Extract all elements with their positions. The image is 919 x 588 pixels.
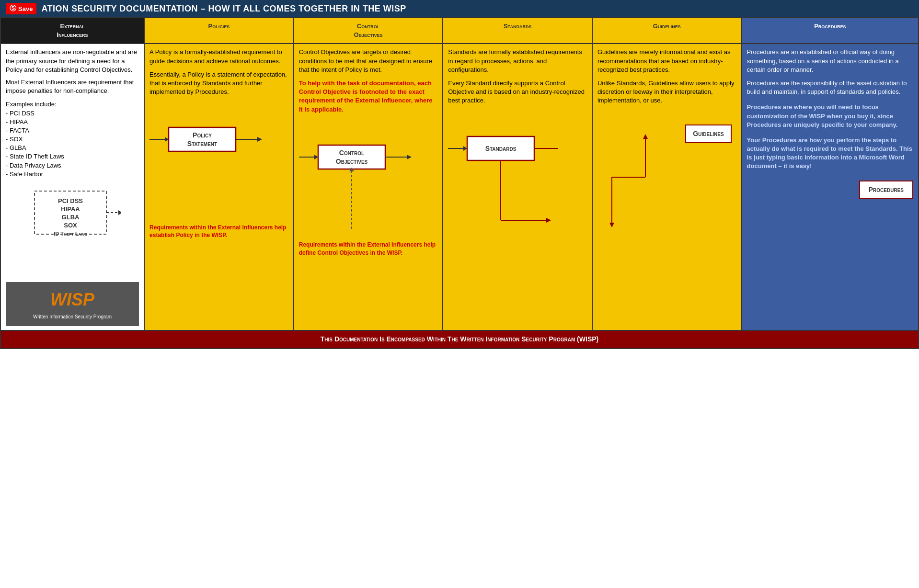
policies-diagram-svg: Policy Statement	[149, 106, 264, 211]
standards-diagram: Standards	[448, 115, 587, 242]
policies-diagram: Policy Statement Requirements within the…	[149, 106, 288, 239]
svg-marker-31	[546, 218, 551, 223]
external-hipaa: - HIPAA	[6, 118, 139, 126]
header-policies: Policies	[144, 18, 294, 44]
external-desc2: Most External Influencers are requiremen…	[6, 78, 139, 95]
footer-bar: This Documentation Is Encompassed Within…	[1, 331, 918, 348]
wisp-logo-subtitle: Written Information Security Program	[11, 314, 133, 320]
policies-desc1: A Policy is a formally-established requi…	[149, 48, 288, 65]
cell-external: External influencers are non-negotiable …	[0, 44, 144, 330]
wisp-logo-text: WISP	[11, 288, 133, 312]
external-examples-label: Examples include:	[6, 100, 139, 109]
svg-text:PCI DSS: PCI DSS	[58, 197, 83, 204]
standards-desc1: Standards are formally established requi…	[448, 48, 587, 74]
external-safeharbor: - Safe Harbor	[6, 170, 139, 179]
policies-desc2: Essentially, a Policy is a statement of …	[149, 70, 288, 97]
footer-row: This Documentation Is Encompassed Within…	[0, 330, 919, 349]
svg-marker-36	[609, 223, 614, 227]
policies-note: Requirements within the External Influen…	[149, 224, 288, 240]
cell-policies: A Policy is a formally-established requi…	[144, 44, 294, 330]
svg-text:HIPAA: HIPAA	[61, 205, 80, 213]
external-glba: - GLBA	[6, 144, 139, 152]
standards-diagram-svg: Standards	[448, 115, 563, 239]
header-guidelines: Guidelines	[592, 18, 742, 44]
cell-guidelines: Guidelines are merely informational and …	[592, 44, 742, 330]
control-diagram: Control Objectives Requirements within t…	[299, 124, 438, 257]
svg-text:Policy: Policy	[193, 131, 212, 139]
page-title: ATION SECURITY DOCUMENTATION – HOW IT AL…	[41, 4, 406, 14]
svg-text:Statement: Statement	[187, 140, 217, 147]
svg-text:GLBA: GLBA	[62, 214, 80, 221]
header-procedures: Procedures	[742, 18, 919, 44]
guidelines-diagram: Guidelines	[597, 115, 736, 239]
main-table: ExternalInfluencers Policies ControlObje…	[0, 17, 919, 349]
cell-standards: Standards are formally established requi…	[443, 44, 592, 330]
guidelines-diagram-svg	[597, 115, 712, 239]
control-diagram-svg: Control Objectives	[299, 124, 414, 229]
standards-desc2: Every Standard directly supports a Contr…	[448, 79, 587, 105]
external-pci: - PCI DSS	[6, 109, 139, 118]
external-facta: - FACTA	[6, 126, 139, 135]
procedures-highlight2: Your Procedures are how you perform the …	[747, 136, 913, 171]
top-bar: Ⓢ Save ATION SECURITY DOCUMENTATION – HO…	[0, 0, 919, 17]
external-stateid: - State ID Theft Laws	[6, 152, 139, 161]
svg-text:ID Theft Laws: ID Theft Laws	[54, 231, 87, 237]
control-note: Requirements within the External Influen…	[299, 241, 438, 257]
header-control: ControlObjectives	[294, 18, 443, 44]
procedures-flow-box: Procedures	[859, 181, 913, 200]
footer-text: This Documentation Is Encompassed Within…	[321, 335, 598, 343]
svg-text:Control: Control	[339, 149, 364, 157]
svg-text:Standards: Standards	[485, 145, 517, 152]
procedures-desc1: Procedures are an established or officia…	[747, 48, 913, 74]
svg-marker-14	[257, 137, 262, 142]
cell-control: Control Objectives are targets or desire…	[294, 44, 443, 330]
header-external: ExternalInfluencers	[0, 18, 144, 44]
procedures-desc2: Procedures are the responsibility of the…	[747, 79, 913, 96]
pinterest-icon: Ⓢ	[10, 4, 16, 13]
external-diagram-svg: PCI DSS HIPAA GLBA SOX ID Theft Laws	[6, 186, 121, 272]
external-desc1: External influencers are non-negotiable …	[6, 48, 139, 74]
control-desc1: Control Objectives are targets or desire…	[299, 48, 438, 74]
cell-procedures: Procedures are an established or officia…	[742, 44, 919, 330]
svg-marker-34	[643, 134, 648, 139]
svg-text:Objectives: Objectives	[335, 158, 368, 165]
procedures-highlight1: Procedures are where you will need to fo…	[747, 103, 913, 129]
external-dataprivacy: - Data Privacy Laws	[6, 161, 139, 170]
header-standards: Standards	[443, 18, 592, 44]
svg-marker-7	[118, 210, 121, 215]
procedures-box-container: Procedures	[747, 181, 913, 200]
control-desc2-red: To help with the task of documentation, …	[299, 79, 438, 114]
wisp-logo: WISP Written Information Security Progra…	[6, 282, 139, 326]
guidelines-desc2: Unlike Standards, Guidelines allow users…	[597, 79, 736, 105]
save-button[interactable]: Ⓢ Save	[6, 3, 36, 14]
svg-marker-21	[407, 155, 412, 159]
svg-text:SOX: SOX	[64, 222, 77, 229]
guidelines-desc1: Guidelines are merely informational and …	[597, 48, 736, 74]
external-sox: - SOX	[6, 135, 139, 144]
